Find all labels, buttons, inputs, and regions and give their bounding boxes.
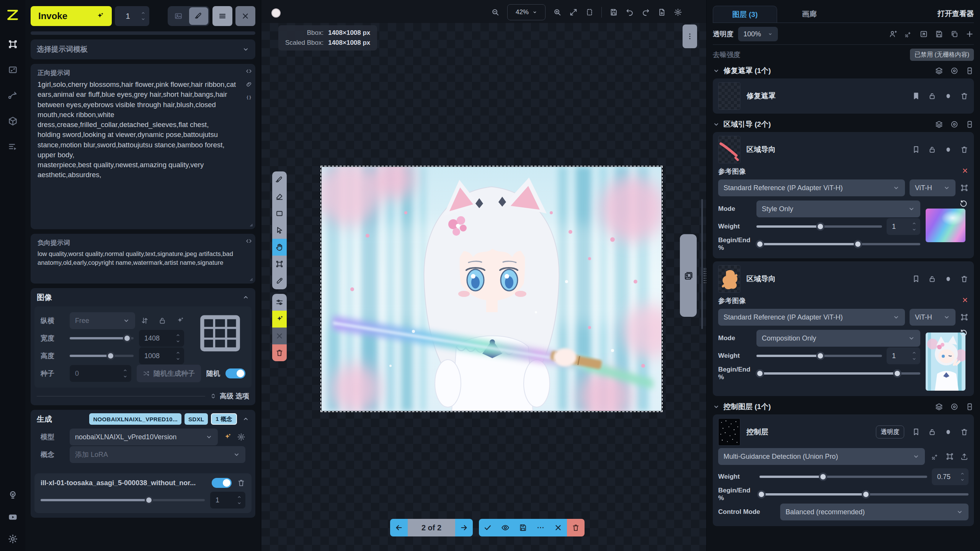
scrollbar[interactable] bbox=[701, 199, 703, 329]
reference-image-thumbnail[interactable] bbox=[926, 209, 965, 242]
color-picker-tool[interactable] bbox=[272, 272, 287, 289]
regional-guidance-group-header[interactable]: 区域引导 (2个) bbox=[713, 117, 974, 132]
reset-reference-icon[interactable] bbox=[959, 329, 968, 337]
regional-guidance-layer-2[interactable]: 区域导向 参考图像 Standard Reference (IP Adapter… bbox=[713, 261, 974, 396]
gallery-flyout-handle[interactable] bbox=[680, 234, 697, 317]
mask-fill-icon[interactable] bbox=[944, 428, 952, 436]
mode-select[interactable]: Composition Only bbox=[756, 330, 920, 347]
more-options-button[interactable] bbox=[532, 519, 549, 536]
tab-layers[interactable]: 图层 (3) bbox=[713, 6, 777, 23]
remove-reference-icon[interactable] bbox=[962, 167, 969, 176]
nav-models-icon[interactable] bbox=[8, 116, 18, 126]
width-slider[interactable] bbox=[70, 334, 134, 343]
mask-fill-icon[interactable] bbox=[944, 92, 952, 100]
link-icon[interactable] bbox=[245, 81, 252, 88]
active-color-swatch[interactable] bbox=[271, 8, 281, 18]
step-down-icon[interactable] bbox=[123, 374, 127, 379]
crop-reference-icon[interactable] bbox=[960, 184, 969, 192]
discard-result-button[interactable] bbox=[567, 519, 585, 536]
step-up-icon[interactable] bbox=[176, 350, 180, 355]
save-result-button[interactable] bbox=[514, 519, 532, 536]
height-slider[interactable] bbox=[70, 351, 134, 360]
pan-tool[interactable] bbox=[272, 239, 287, 256]
reference-method-select[interactable]: Standard Reference (IP Adapter ViT-H) bbox=[718, 179, 905, 196]
bookmark-icon[interactable] bbox=[912, 92, 920, 100]
width-input[interactable]: 1408 bbox=[139, 330, 184, 347]
process-filter-icon[interactable] bbox=[931, 452, 939, 461]
visibility-icon[interactable] bbox=[950, 67, 959, 75]
tool-options-button[interactable] bbox=[272, 294, 287, 311]
opacity-select[interactable]: 100% bbox=[738, 27, 778, 41]
aspect-select[interactable]: Free bbox=[70, 312, 135, 329]
merge-panel-icon[interactable] bbox=[965, 67, 974, 75]
remove-reference-icon[interactable] bbox=[962, 297, 969, 305]
control-layers-group-header[interactable]: 控制图层 (1个) bbox=[713, 399, 974, 414]
code-icon[interactable] bbox=[245, 68, 252, 75]
upload-icon[interactable] bbox=[960, 452, 969, 461]
begin-end-slider[interactable] bbox=[760, 490, 969, 499]
add-person-layer-icon[interactable] bbox=[889, 30, 897, 38]
inpaint-mask-layer[interactable]: 修复遮罩 bbox=[713, 78, 974, 114]
weight-input[interactable]: 1 bbox=[887, 218, 920, 235]
lock-icon[interactable] bbox=[928, 92, 936, 100]
merge-panel-icon[interactable] bbox=[965, 403, 974, 411]
control-model-select[interactable]: Multi-Guidance Detection (Union Pro) bbox=[718, 448, 925, 465]
duplicate-icon[interactable] bbox=[950, 30, 959, 38]
brush-tool[interactable] bbox=[272, 171, 287, 188]
model-sparkles-icon[interactable] bbox=[223, 433, 232, 441]
optimize-size-icon[interactable] bbox=[176, 316, 184, 325]
lock-icon[interactable] bbox=[928, 275, 936, 283]
shooting-star-icon[interactable] bbox=[904, 30, 913, 38]
height-input[interactable]: 1008 bbox=[139, 347, 184, 364]
negative-prompt-input[interactable]: low quality,worst quality,normal quality… bbox=[38, 249, 238, 267]
lock-icon[interactable] bbox=[928, 145, 936, 154]
reference-method-select[interactable]: Standard Reference (IP Adapter ViT-H) bbox=[718, 309, 905, 326]
iterations-down-icon[interactable] bbox=[141, 17, 145, 21]
crop-icon[interactable] bbox=[946, 452, 954, 461]
model-select[interactable]: noobaiXLNAIXL_vPred10Version bbox=[70, 429, 218, 445]
iterations-stepper[interactable]: 1 bbox=[115, 6, 149, 26]
regional-guidance-layer-1[interactable]: 区域导向 参考图像 Standard Reference (IP Adapter… bbox=[713, 132, 974, 258]
canvas-kebab-menu[interactable] bbox=[683, 24, 697, 48]
merge-panel-icon[interactable] bbox=[965, 120, 974, 129]
select-tool[interactable] bbox=[272, 222, 287, 239]
model-settings-icon[interactable] bbox=[237, 433, 245, 441]
fit-to-view-icon[interactable] bbox=[569, 8, 578, 16]
undo-icon[interactable] bbox=[626, 8, 634, 16]
visibility-icon[interactable] bbox=[950, 403, 959, 411]
trash-icon[interactable] bbox=[960, 92, 969, 100]
add-layer-icon[interactable] bbox=[965, 30, 974, 38]
cancel-staging-button[interactable] bbox=[549, 519, 567, 536]
control-mode-select[interactable]: Balanced (recommended) bbox=[780, 504, 969, 520]
invoke-quick-button[interactable] bbox=[272, 311, 287, 328]
accept-result-button[interactable] bbox=[479, 519, 497, 536]
begin-end-slider[interactable] bbox=[756, 369, 920, 378]
invoke-button[interactable]: Invoke bbox=[31, 6, 112, 26]
reference-image-thumbnail[interactable] bbox=[926, 333, 965, 391]
open-viewer-button[interactable]: 打开查看器 bbox=[938, 9, 974, 23]
prev-result-button[interactable] bbox=[390, 519, 408, 536]
video-tutorials-icon[interactable] bbox=[8, 512, 18, 522]
collapse-icon[interactable] bbox=[242, 294, 249, 301]
layer-opacity-badge[interactable]: 透明度 bbox=[876, 425, 904, 439]
add-lora-select[interactable]: 添加 LoRA bbox=[70, 446, 245, 463]
menu-button[interactable] bbox=[212, 6, 232, 26]
close-panel-button[interactable] bbox=[235, 6, 255, 26]
step-down-icon[interactable] bbox=[176, 339, 180, 344]
image-mode-button[interactable] bbox=[169, 7, 188, 25]
bookmark-icon[interactable] bbox=[912, 428, 920, 436]
panel-drag-handle[interactable] bbox=[703, 268, 706, 285]
rect-tool[interactable] bbox=[272, 205, 287, 222]
cancel-button[interactable] bbox=[272, 328, 287, 344]
save-icon[interactable] bbox=[935, 30, 943, 38]
settings-gear-icon[interactable] bbox=[8, 534, 18, 544]
new-canvas-icon[interactable] bbox=[658, 8, 666, 16]
redo-icon[interactable] bbox=[642, 8, 650, 16]
inpaint-mask-group-header[interactable]: 修复遮罩 (1个) bbox=[713, 63, 974, 78]
reset-reference-icon[interactable] bbox=[959, 199, 968, 208]
visibility-icon[interactable] bbox=[950, 120, 959, 129]
seed-input[interactable]: 0 bbox=[70, 365, 131, 382]
layers-icon[interactable] bbox=[935, 67, 943, 75]
random-seed-toggle[interactable] bbox=[225, 368, 245, 378]
canvas-area[interactable]: 42% Bbox: 1408×1008 px Scaled Bbox: 1408… bbox=[261, 0, 706, 551]
